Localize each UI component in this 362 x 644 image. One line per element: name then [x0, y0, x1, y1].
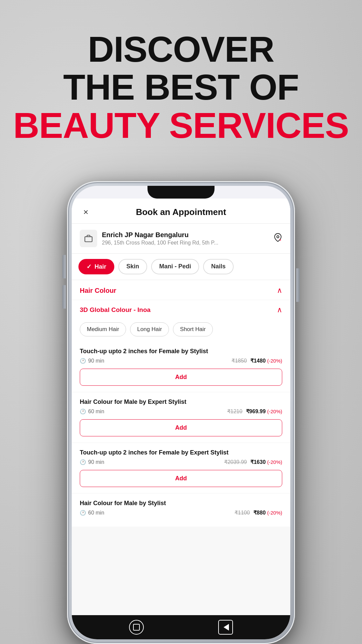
- service-meta: 🕐 90 min ₹1850 ₹1480 (-20%): [80, 358, 282, 364]
- current-price: ₹880: [253, 510, 266, 516]
- medium-hair-button[interactable]: Medium Hair: [80, 322, 126, 336]
- app-header: × Book an Appointment: [72, 199, 290, 224]
- chevron-up-icon[interactable]: ∧: [277, 286, 282, 295]
- service-item: Hair Colour for Male by Stylist 🕐 60 min…: [72, 494, 290, 527]
- original-price: ₹1850: [232, 358, 247, 364]
- salon-address: 296, 15th Cross Road, 100 Feet Ring Rd, …: [102, 240, 274, 246]
- volume-up-button: [62, 255, 66, 278]
- clock-icon: 🕐: [80, 409, 86, 415]
- power-button: [296, 268, 300, 302]
- long-hair-button[interactable]: Long Hair: [130, 322, 169, 336]
- add-service-button[interactable]: Add: [80, 369, 282, 386]
- svg-rect-0: [85, 237, 92, 242]
- clock-icon: 🕐: [80, 358, 86, 364]
- headline: DISCOVER THE BEST OF BEAUTY SERVICES: [13, 30, 349, 144]
- headline-line2: THE BEST OF: [13, 68, 349, 106]
- discount-badge: (-20%): [267, 409, 282, 414]
- section-header: Hair Colour ∧: [72, 280, 290, 300]
- scroll-content[interactable]: Hair Colour ∧ 3D Global Colour - Inoa ∧ …: [72, 280, 290, 615]
- service-item: Hair Colour for Male by Expert Stylist 🕐…: [72, 392, 290, 442]
- service-meta: 🕐 60 min ₹1100 ₹880 (-20%): [80, 509, 282, 516]
- app-content: × Book an Appointment En: [72, 199, 290, 639]
- headline-line3: BEAUTY SERVICES: [13, 106, 349, 144]
- service-duration: 🕐 90 min: [80, 459, 104, 465]
- original-price: ₹1210: [227, 409, 243, 414]
- original-price: ₹2039.99: [224, 459, 247, 465]
- service-item: Touch-up upto 2 inches for Female by Sty…: [72, 342, 290, 392]
- category-tabs: ✓ Hair Skin Mani - Pedi Nails: [72, 254, 290, 280]
- service-meta: 🕐 60 min ₹1210 ₹969.99 (-20%): [80, 408, 282, 415]
- phone-screen: × Book an Appointment En: [72, 186, 290, 639]
- page-wrapper: DISCOVER THE BEST OF BEAUTY SERVICES × B…: [0, 0, 362, 644]
- current-price: ₹969.99: [246, 409, 266, 414]
- phone-wrapper: × Book an Appointment En: [67, 181, 295, 644]
- short-hair-button[interactable]: Short Hair: [173, 322, 213, 336]
- salon-info: Enrich JP Nagar Bengaluru 296, 15th Cros…: [72, 224, 290, 254]
- service-name: Hair Colour for Male by Stylist: [80, 500, 282, 507]
- volume-down-button: [62, 285, 66, 309]
- notch: [147, 186, 215, 199]
- service-price: ₹1100 ₹880 (-20%): [235, 509, 282, 516]
- clock-icon: 🕐: [80, 459, 86, 465]
- current-price: ₹1630: [250, 459, 266, 465]
- service-meta: 🕐 90 min ₹2039.99 ₹1630 (-20%): [80, 459, 282, 465]
- page-title: Book an Appointment: [92, 207, 270, 217]
- service-duration: 🕐 90 min: [80, 358, 104, 364]
- service-item: Touch-up upto 2 inches for Female by Exp…: [72, 443, 290, 493]
- add-service-button[interactable]: Add: [80, 470, 282, 487]
- service-duration: 🕐 60 min: [80, 510, 104, 516]
- section-title: Hair Colour: [80, 287, 116, 294]
- service-price: ₹1850 ₹1480 (-20%): [232, 358, 282, 364]
- tab-hair[interactable]: ✓ Hair: [78, 259, 114, 274]
- svg-point-1: [277, 236, 279, 238]
- bottom-navigation: [72, 615, 290, 639]
- service-name: Touch-up upto 2 inches for Female by Sty…: [80, 348, 282, 355]
- discount-badge: (-20%): [267, 510, 282, 516]
- check-icon: ✓: [86, 263, 92, 270]
- service-name: Touch-up upto 2 inches for Female by Exp…: [80, 449, 282, 456]
- phone-shell: × Book an Appointment En: [67, 181, 295, 644]
- home-button[interactable]: [129, 620, 144, 635]
- service-name: Hair Colour for Male by Expert Stylist: [80, 398, 282, 406]
- discount-badge: (-20%): [267, 358, 282, 364]
- recents-button[interactable]: [218, 620, 233, 635]
- location-icon[interactable]: [274, 233, 282, 244]
- headline-line1: DISCOVER: [13, 30, 349, 68]
- current-price: ₹1480: [250, 358, 266, 364]
- subsection-chevron-icon[interactable]: ∧: [277, 306, 282, 314]
- salon-details: Enrich JP Nagar Bengaluru 296, 15th Cros…: [102, 231, 274, 246]
- service-duration: 🕐 60 min: [80, 409, 104, 415]
- subsection-title: 3D Global Colour - Inoa: [80, 306, 150, 314]
- clock-icon: 🕐: [80, 510, 86, 516]
- tab-nails[interactable]: Nails: [203, 259, 234, 274]
- service-price: ₹1210 ₹969.99 (-20%): [227, 408, 282, 415]
- tab-skin[interactable]: Skin: [118, 259, 147, 274]
- close-button[interactable]: ×: [80, 206, 92, 218]
- hair-type-selector: Medium Hair Long Hair Short Hair: [72, 318, 290, 342]
- salon-name: Enrich JP Nagar Bengaluru: [102, 231, 274, 239]
- discount-badge: (-20%): [267, 459, 282, 465]
- salon-icon: [80, 230, 97, 247]
- subsection-header: 3D Global Colour - Inoa ∧: [72, 300, 290, 318]
- tab-mani-pedi[interactable]: Mani - Pedi: [151, 259, 199, 274]
- original-price: ₹1100: [235, 510, 250, 516]
- add-service-button[interactable]: Add: [80, 419, 282, 436]
- service-price: ₹2039.99 ₹1630 (-20%): [224, 459, 282, 465]
